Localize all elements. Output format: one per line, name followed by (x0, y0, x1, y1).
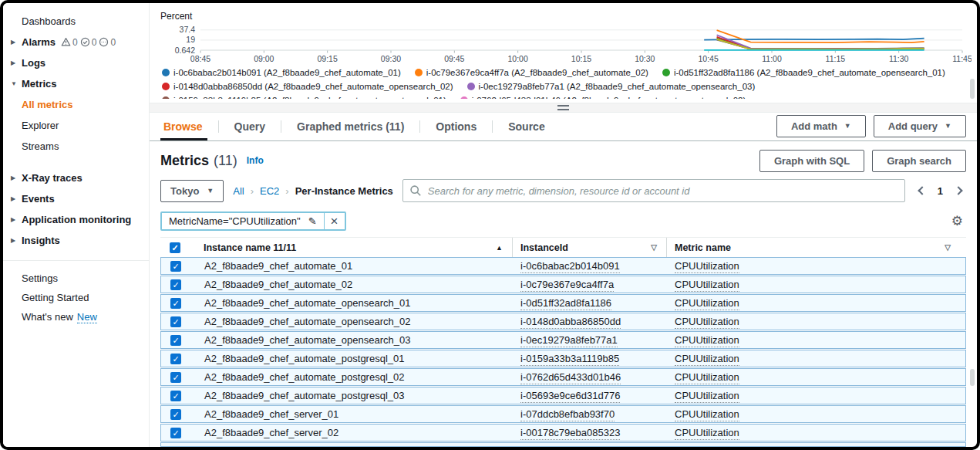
table-scrollbar[interactable] (970, 369, 975, 386)
breadcrumb-ec2[interactable]: EC2 (260, 185, 279, 197)
metric-search-input[interactable] (402, 179, 905, 202)
instance-id-value[interactable]: i-0762d65d433d01b46 (520, 371, 621, 384)
row-checkbox[interactable]: ✓ (170, 354, 181, 364)
metric-name-value[interactable]: CPUUtilization (675, 390, 739, 403)
instance-id-value[interactable]: i-0ec19279a8feb77a1 (520, 334, 618, 347)
row-checkbox[interactable]: ✓ (170, 428, 181, 438)
add-query-button[interactable]: Add query ▼ (874, 115, 966, 137)
panel-resize-handle[interactable] (150, 103, 977, 112)
column-header-instanceid[interactable]: InstanceId▽ (512, 238, 666, 257)
legend-scrollbar[interactable] (970, 79, 975, 99)
previous-page-button[interactable] (918, 186, 926, 195)
region-selector[interactable]: Tokyo ▼ (160, 180, 224, 202)
instance-id-value[interactable]: i-0148d0abba86850dd (520, 316, 621, 329)
tab-browse[interactable]: Browse (160, 113, 218, 140)
tab-graphed-metrics-11[interactable]: Graphed metrics (11) (281, 113, 419, 140)
table-settings-gear-icon[interactable]: ⚙ (951, 213, 966, 229)
column-header-instance-name-11-11[interactable]: Instance name 11/11▲ (204, 238, 512, 257)
graph-with-sql-button[interactable]: Graph with SQL (759, 150, 864, 172)
alarm-count: 0 (72, 37, 78, 48)
table-row[interactable]: ✓A2_f8baade9_chef_automate_opensearch_03… (160, 331, 966, 349)
row-checkbox[interactable]: ✓ (170, 409, 181, 420)
sidebar-item-explorer[interactable]: Explorer (3, 115, 149, 136)
legend-label: i-0159a33b3a1119b85 (A2_f8baade9_chef_au… (173, 96, 446, 100)
table-row[interactable]: ✓A2_f8baade9_chef_automate_02i-0c79e367e… (160, 276, 966, 293)
legend-entry[interactable]: i-0762d65d433d01b46 (A2_f8baade9_chef_au… (460, 94, 746, 99)
select-all-checkbox[interactable]: ✓ (170, 242, 180, 253)
tab-source[interactable]: Source (493, 113, 560, 140)
sidebar-item-insights[interactable]: ▶Insights (3, 230, 149, 251)
instance-id-value[interactable]: i-0c79e367e9ca4ff7a (520, 279, 614, 292)
legend-entry[interactable]: i-0148d0abba86850dd (A2_f8baade9_chef_au… (162, 80, 453, 92)
metric-name-value[interactable]: CPUUtilization (675, 297, 739, 310)
instance-id-value[interactable]: i-0d51ff32ad8fa1186 (520, 297, 611, 310)
tab-query[interactable]: Query (219, 113, 281, 140)
instance-id-value[interactable]: i-0c6babac2b014b091 (520, 260, 620, 273)
table-row[interactable]: ✓A2_f8baade9_chef_automate_postgresql_03… (160, 387, 966, 404)
legend-entry[interactable]: i-0c79e367e9ca4ff7a (A2_f8baade9_chef_au… (415, 66, 648, 78)
sidebar-item-streams[interactable]: Streams (3, 136, 149, 157)
instance-name-cell: A2_f8baade9_chef_automate_postgresql_03 (204, 390, 513, 401)
sidebar-item-alarms[interactable]: ▶Alarms000 (3, 32, 149, 52)
legend-label: i-0c6babac2b014b091 (A2_f8baade9_chef_au… (173, 68, 401, 77)
metric-name-value[interactable]: CPUUtilization (675, 279, 739, 292)
column-filter-icon[interactable]: ▽ (945, 243, 951, 252)
row-checkbox[interactable]: ✓ (170, 335, 181, 346)
table-row[interactable]: ✓A2_f8baade9_chef_server_02i-00178c79eba… (160, 424, 966, 442)
column-header-metric-name[interactable]: Metric name▽ (666, 238, 960, 257)
row-checkbox[interactable]: ✓ (170, 391, 181, 401)
metric-name-value[interactable]: CPUUtilization (675, 334, 739, 347)
table-row[interactable]: ✓A2_f8baade9_chef_automate_postgresql_02… (160, 368, 966, 386)
y-axis-tick-label: 37.4 (180, 25, 196, 34)
graph-search-button[interactable]: Graph search (872, 150, 966, 172)
legend-entry[interactable]: i-0ec19279a8feb77a1 (A2_f8baade9_chef_au… (467, 80, 756, 92)
sidebar-item-logs[interactable]: ▶Logs (3, 52, 149, 73)
legend-color-dot-icon (467, 83, 475, 90)
table-row[interactable]: ✓A2_f8baade9_chef_automate_postgresql_01… (160, 350, 966, 367)
add-math-button[interactable]: Add math ▼ (776, 115, 866, 137)
table-row[interactable]: ✓A2_f8baade9_chef_automate_opensearch_02… (160, 313, 966, 330)
sidebar-item-getting-started[interactable]: Getting Started (22, 288, 149, 307)
sidebar-item-settings[interactable]: Settings (22, 269, 149, 288)
metric-name-value[interactable]: CPUUtilization (675, 353, 739, 366)
legend-entry[interactable]: i-0d51ff32ad8fa1186 (A2_f8baade9_chef_au… (662, 66, 945, 78)
sort-ascending-icon[interactable]: ▲ (496, 244, 503, 252)
cpu-utilization-chart[interactable]: 37.4190.64208:4509:0009:1509:3009:4510:0… (160, 23, 972, 65)
remove-filter-icon[interactable]: × (325, 213, 345, 229)
row-checkbox[interactable]: ✓ (170, 261, 181, 272)
legend-entry[interactable]: i-0c6babac2b014b091 (A2_f8baade9_chef_au… (162, 66, 401, 78)
metric-name-value[interactable]: CPUUtilization (675, 371, 739, 384)
instance-id-value[interactable]: i-05693e9ce6d31d776 (520, 390, 620, 403)
row-checkbox[interactable]: ✓ (170, 316, 181, 327)
legend-entry[interactable]: i-0159a33b3a1119b85 (A2_f8baade9_chef_au… (162, 94, 446, 99)
metric-name-value[interactable]: CPUUtilization (675, 260, 739, 273)
table-row[interactable]: ✓A2_f8baade9_chef_server_01i-07ddcb8efba… (160, 405, 966, 423)
table-row[interactable]: ✓A2_f8baade9_chef_automate_01i-0c6babac2… (160, 257, 966, 275)
row-checkbox[interactable]: ✓ (170, 372, 181, 383)
tab-options[interactable]: Options (420, 113, 492, 140)
sidebar-item-all-metrics[interactable]: All metrics (3, 94, 149, 115)
metric-name-value[interactable]: CPUUtilization (675, 427, 739, 440)
metric-name-value[interactable]: CPUUtilization (675, 408, 739, 421)
sidebar-item-application-monitoring[interactable]: ▶Application monitoring (3, 209, 149, 230)
info-link[interactable]: Info (247, 155, 264, 166)
sidebar-item-x-ray-traces[interactable]: ▶X-Ray traces (3, 167, 149, 188)
instance-id-value[interactable]: i-0159a33b3a1119b85 (520, 353, 619, 366)
sidebar-item-events[interactable]: ▶Events (3, 188, 149, 209)
column-filter-icon[interactable]: ▽ (651, 243, 657, 252)
table-row-clipped[interactable] (160, 442, 966, 447)
sidebar-item-what-s-new[interactable]: What's newNew (22, 307, 149, 327)
edit-filter-icon[interactable]: ✎ (308, 215, 317, 227)
x-axis-tick-label: 10:30 (635, 54, 655, 63)
sidebar-item-dashboards[interactable]: Dashboards (3, 11, 149, 32)
instance-id-value[interactable]: i-00178c79eba085323 (520, 427, 620, 440)
breadcrumb: All›EC2›Per-Instance Metrics (233, 185, 393, 197)
sidebar-item-metrics[interactable]: ▼Metrics (3, 73, 149, 94)
instance-id-value[interactable]: i-07ddcb8efbab93f70 (520, 408, 615, 421)
metric-name-value[interactable]: CPUUtilization (675, 316, 739, 329)
table-row[interactable]: ✓A2_f8baade9_chef_automate_opensearch_01… (160, 294, 966, 312)
breadcrumb-all[interactable]: All (233, 185, 244, 197)
next-page-button[interactable] (954, 186, 962, 195)
row-checkbox[interactable]: ✓ (170, 298, 181, 309)
row-checkbox[interactable]: ✓ (170, 279, 181, 290)
